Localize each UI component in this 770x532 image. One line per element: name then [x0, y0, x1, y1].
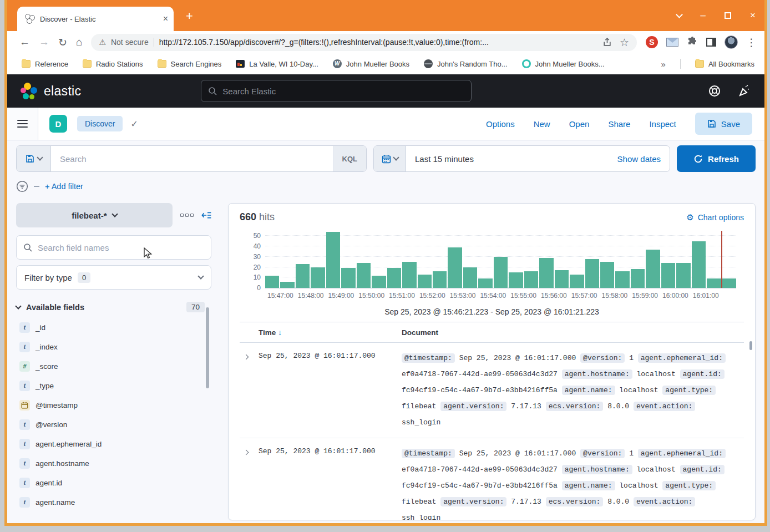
doc-field-key[interactable]: @timestamp: [402, 353, 455, 363]
bookmark-item[interactable]: Search Engines [158, 60, 222, 68]
elastic-brand[interactable]: elastic [21, 83, 81, 99]
histogram-bar[interactable] [402, 262, 416, 288]
histogram-bar[interactable] [661, 263, 675, 288]
bookmark-item[interactable]: John's Random Tho... [424, 59, 508, 68]
histogram-bar[interactable] [341, 268, 355, 288]
field-list-item[interactable]: @timestamp [16, 396, 211, 415]
doc-field-key[interactable]: agent.id: [680, 369, 725, 379]
time-column-header[interactable]: Time↓ [259, 328, 402, 337]
histogram-bar[interactable] [448, 247, 462, 288]
filter-by-type-select[interactable]: Filter by type 0 [16, 265, 211, 290]
histogram-bar[interactable] [631, 269, 645, 288]
histogram-bar[interactable] [311, 267, 325, 288]
histogram-bar[interactable] [372, 276, 386, 288]
top-nav-link[interactable]: Share [608, 119, 630, 129]
histogram-bar[interactable] [570, 275, 584, 288]
query-language-badge[interactable]: KQL [333, 146, 366, 171]
field-list-item[interactable]: t _index [16, 337, 211, 357]
browser-tab[interactable]: Discover - Elastic × [17, 7, 174, 31]
histogram-bar[interactable] [524, 271, 538, 288]
histogram-bar[interactable] [265, 276, 279, 288]
maximize-button[interactable] [725, 12, 731, 19]
add-filter-button[interactable]: + Add filter [45, 182, 83, 191]
time-range-value[interactable]: Last 15 minutes [406, 154, 609, 164]
field-list-item[interactable]: t _type [16, 376, 211, 396]
sidebar-scrollbar[interactable] [206, 307, 209, 388]
histogram-bar[interactable] [722, 278, 736, 288]
doc-field-key[interactable]: ecs.version: [546, 402, 604, 411]
histogram-bar[interactable] [387, 268, 401, 288]
bookmark-item[interactable]: Reference [22, 60, 68, 68]
expand-row-button[interactable] [240, 350, 259, 430]
bookmarks-overflow-icon[interactable]: » [661, 59, 666, 69]
histogram-bar[interactable] [433, 271, 447, 288]
collapse-sidebar-icon[interactable] [201, 210, 211, 220]
bookmark-item[interactable]: La Valle, WI 10-Day... [236, 60, 318, 68]
doc-field-key[interactable]: agent.ephemeral_id: [638, 449, 726, 458]
all-bookmarks-button[interactable]: All Bookmarks [695, 60, 754, 68]
global-search-input[interactable]: Search Elastic [201, 80, 472, 102]
top-nav-link[interactable]: Options [486, 119, 515, 129]
reading-list-icon[interactable] [706, 38, 716, 47]
saved-query-menu-button[interactable] [17, 146, 51, 171]
bookmark-item[interactable]: John Mueller Books... [522, 59, 605, 68]
histogram-bar[interactable] [326, 232, 340, 288]
doc-field-key[interactable]: agent.name: [562, 481, 615, 490]
home-button[interactable]: ⌂ [76, 36, 82, 48]
field-search-input[interactable]: Search field names [16, 235, 211, 260]
show-dates-button[interactable]: Show dates [609, 154, 670, 164]
filter-icon[interactable] [16, 180, 28, 192]
expand-row-button[interactable] [240, 445, 259, 520]
field-list-item[interactable]: t _id [16, 318, 211, 337]
top-nav-link[interactable]: Open [569, 119, 590, 129]
share-icon[interactable] [602, 38, 612, 47]
histogram-bar[interactable] [280, 282, 294, 288]
top-nav-link[interactable]: Inspect [649, 119, 676, 129]
quick-select-time-button[interactable] [374, 146, 406, 171]
histogram-bar[interactable] [296, 264, 310, 288]
doc-field-key[interactable]: agent.version: [440, 402, 506, 411]
histogram-bar[interactable] [692, 241, 706, 288]
extension-mail-icon[interactable] [666, 38, 678, 47]
reload-button[interactable]: ↻ [58, 36, 67, 49]
histogram-bar[interactable] [418, 275, 432, 288]
histogram-bar[interactable] [555, 270, 569, 288]
back-button[interactable]: ← [19, 36, 30, 48]
doc-field-key[interactable]: @version: [580, 353, 625, 363]
doc-field-key[interactable]: @version: [580, 449, 625, 458]
profile-avatar[interactable] [725, 36, 738, 49]
browser-menu-icon[interactable]: ⋮ [746, 36, 757, 49]
minimize-button[interactable]: – [701, 10, 706, 21]
doc-field-key[interactable]: agent.type: [662, 481, 716, 490]
main-menu-button[interactable] [7, 108, 38, 140]
news-feed-icon[interactable] [738, 84, 751, 98]
refresh-button[interactable]: Refresh [677, 145, 756, 172]
histogram-bar[interactable] [463, 267, 477, 288]
histogram-bar[interactable] [539, 258, 553, 288]
tab-search-icon[interactable] [676, 11, 683, 18]
histogram-bar[interactable] [676, 263, 690, 288]
field-list-item[interactable]: t agent.hostname [16, 454, 211, 473]
field-list-item[interactable]: # _score [16, 357, 211, 376]
field-list-item[interactable]: t agent.ephemeral_id [16, 434, 211, 454]
table-scrollbar[interactable] [749, 341, 752, 350]
field-settings-icon[interactable] [180, 214, 194, 217]
field-list-item[interactable]: t @version [16, 415, 211, 434]
doc-field-key[interactable]: agent.hostname: [562, 465, 632, 474]
histogram-bar[interactable] [646, 250, 660, 288]
doc-field-key[interactable]: agent.version: [440, 497, 506, 506]
histogram-bar[interactable] [707, 278, 721, 288]
doc-field-key[interactable]: @timestamp: [402, 449, 455, 458]
histogram-bar[interactable] [494, 257, 508, 288]
doc-field-key[interactable]: agent.name: [562, 386, 615, 395]
histogram-bar[interactable] [509, 272, 523, 288]
tab-close-icon[interactable]: × [163, 14, 168, 23]
help-icon[interactable] [708, 84, 721, 98]
bookmark-item[interactable]: Radio Stations [83, 60, 143, 68]
doc-field-key[interactable]: event.action: [634, 402, 695, 411]
kql-search-input[interactable]: Search [51, 154, 333, 164]
histogram-bar[interactable] [478, 278, 492, 288]
histogram-bar[interactable] [615, 271, 629, 288]
doc-field-key[interactable]: agent.ephemeral_id: [638, 353, 726, 363]
forward-button[interactable]: → [39, 36, 49, 48]
